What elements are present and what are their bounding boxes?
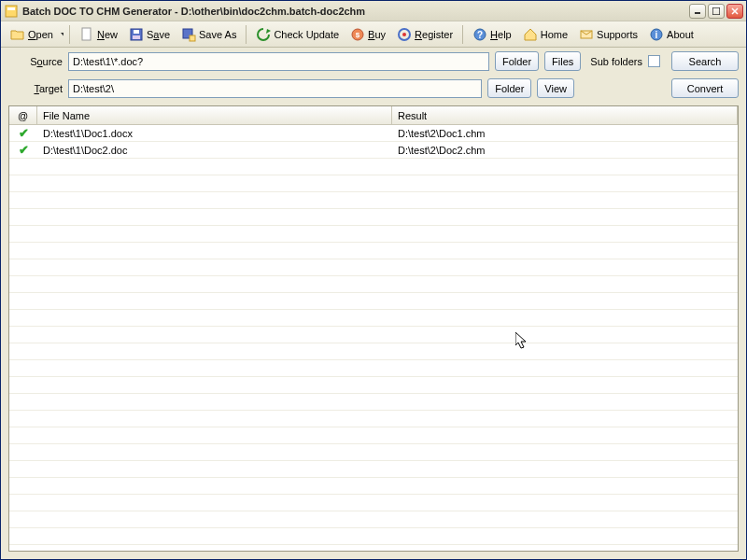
home-icon xyxy=(523,27,538,42)
cell-result: D:\test\2\Doc2.chm xyxy=(392,145,738,156)
close-button[interactable] xyxy=(726,4,743,19)
svg-text:?: ? xyxy=(477,30,483,40)
separator xyxy=(246,25,247,44)
about-button[interactable]: i About xyxy=(643,24,699,45)
col-header-result[interactable]: Result xyxy=(392,106,738,124)
svg-rect-10 xyxy=(133,35,140,39)
buy-button[interactable]: $ Buy xyxy=(345,24,391,45)
new-button[interactable]: New xyxy=(74,24,123,45)
new-label: New xyxy=(97,29,118,40)
floppy-plus-icon xyxy=(181,27,196,42)
register-label: Register xyxy=(415,29,453,40)
maximize-button[interactable] xyxy=(708,4,725,19)
target-row: Target Folder View Convert xyxy=(1,75,746,102)
svg-text:i: i xyxy=(655,30,658,40)
refresh-icon xyxy=(256,27,271,42)
folder-open-icon xyxy=(10,27,25,42)
file-new-icon xyxy=(79,27,94,42)
check-icon: ✔ xyxy=(19,143,29,157)
list-body[interactable]: ✔ D:\test\1\Doc1.docx D:\test\2\Doc1.chm… xyxy=(9,125,738,551)
open-label: Open xyxy=(28,29,53,40)
svg-rect-2 xyxy=(695,12,700,14)
key-icon xyxy=(397,27,412,42)
cart-icon: $ xyxy=(350,27,365,42)
cell-filename: D:\test\1\Doc1.docx xyxy=(37,128,392,139)
open-button[interactable]: Open xyxy=(5,24,59,45)
supports-button[interactable]: Supports xyxy=(573,24,643,45)
floppy-icon xyxy=(129,27,144,42)
separator xyxy=(462,25,463,44)
search-button[interactable]: Search xyxy=(671,51,739,71)
help-button[interactable]: ? Help xyxy=(467,24,517,45)
svg-rect-1 xyxy=(7,7,15,10)
titlebar: Batch DOC TO CHM Generator - D:\other\bi… xyxy=(1,1,746,21)
target-folder-button[interactable]: Folder xyxy=(487,78,531,98)
cell-filename: D:\test\1\Doc2.doc xyxy=(37,145,392,156)
target-label: Target xyxy=(8,83,63,94)
table-row[interactable]: ✔ D:\test\1\Doc2.doc D:\test\2\Doc2.chm xyxy=(9,142,738,159)
mail-icon xyxy=(579,27,594,42)
view-button[interactable]: View xyxy=(537,78,574,98)
subfolders-label: Sub folders xyxy=(590,56,642,67)
svg-marker-13 xyxy=(266,29,271,34)
svg-text:$: $ xyxy=(356,31,360,39)
register-button[interactable]: Register xyxy=(391,24,458,45)
list-header: @ File Name Result xyxy=(9,106,738,125)
svg-rect-7 xyxy=(82,28,91,40)
about-label: About xyxy=(667,29,694,40)
svg-rect-3 xyxy=(712,7,720,15)
help-label: Help xyxy=(490,29,512,40)
home-button[interactable]: Home xyxy=(517,24,573,45)
svg-rect-9 xyxy=(134,30,139,34)
separator xyxy=(69,25,70,44)
info-icon: i xyxy=(649,27,664,42)
file-list: @ File Name Result ✔ D:\test\1\Doc1.docx… xyxy=(8,105,739,552)
source-label: Source xyxy=(8,56,63,67)
open-dropdown[interactable] xyxy=(59,33,65,36)
convert-button[interactable]: Convert xyxy=(671,78,739,98)
svg-rect-0 xyxy=(6,6,17,17)
source-input[interactable] xyxy=(68,52,489,71)
col-header-filename[interactable]: File Name xyxy=(37,106,392,124)
check-icon: ✔ xyxy=(19,126,29,140)
col-header-status[interactable]: @ xyxy=(9,106,37,124)
window-title: Batch DOC TO CHM Generator - D:\other\bi… xyxy=(22,6,689,17)
app-icon xyxy=(4,4,19,19)
supports-label: Supports xyxy=(597,29,638,40)
table-row[interactable]: ✔ D:\test\1\Doc1.docx D:\test\2\Doc1.chm xyxy=(9,125,738,142)
status-icon: ✔ xyxy=(9,126,37,140)
source-folder-button[interactable]: Folder xyxy=(495,51,539,71)
check-update-button[interactable]: Check Update xyxy=(250,24,345,45)
status-icon: ✔ xyxy=(9,143,37,157)
cell-result: D:\test\2\Doc1.chm xyxy=(392,128,738,139)
source-row: Source Folder Files Sub folders Search xyxy=(1,48,746,75)
save-as-label: Save As xyxy=(199,29,236,40)
svg-point-17 xyxy=(402,33,406,36)
app-window: Batch DOC TO CHM Generator - D:\other\bi… xyxy=(0,0,747,560)
save-button[interactable]: Save xyxy=(123,24,176,45)
subfolders-checkbox[interactable] xyxy=(648,55,660,67)
target-input[interactable] xyxy=(68,79,482,98)
toolbar: Open New Save Save As xyxy=(1,21,746,48)
minimize-button[interactable] xyxy=(689,4,706,19)
source-files-button[interactable]: Files xyxy=(544,51,581,71)
svg-marker-6 xyxy=(61,33,63,36)
save-as-button[interactable]: Save As xyxy=(176,24,242,45)
svg-rect-12 xyxy=(190,35,195,41)
help-icon: ? xyxy=(472,27,487,42)
buy-label: Buy xyxy=(368,29,386,40)
save-label: Save xyxy=(147,29,170,40)
check-update-label: Check Update xyxy=(274,29,339,40)
home-label: Home xyxy=(541,29,568,40)
